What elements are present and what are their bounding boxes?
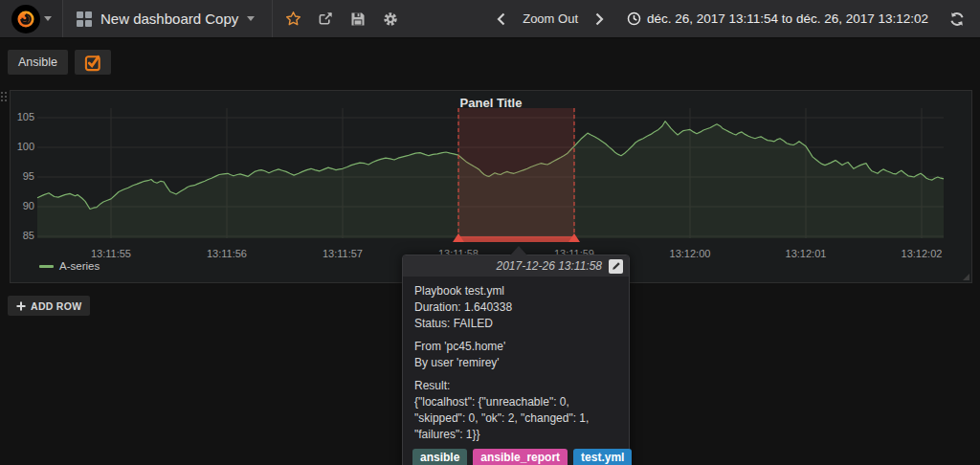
save-button[interactable] <box>342 0 374 37</box>
annotation-name-label[interactable]: Ansible <box>8 50 68 75</box>
chevron-right-icon <box>595 12 604 26</box>
graph-plot-area[interactable] <box>37 108 944 238</box>
time-forward-button[interactable] <box>590 9 610 30</box>
star-button[interactable] <box>277 0 309 37</box>
annotation-tag: ansible <box>412 449 467 465</box>
refresh-icon <box>949 11 965 27</box>
time-back-button[interactable] <box>491 9 511 30</box>
tooltip-arrow <box>510 246 527 255</box>
annotation-toggle-checkbox[interactable] <box>75 50 111 75</box>
x-tick-label: 13:11:56 <box>198 248 256 259</box>
tooltip-line: Playbook test.yml <box>414 283 617 299</box>
share-icon <box>318 11 334 27</box>
annotation-tag: ansible_report <box>473 449 568 465</box>
tooltip-tags: ansibleansible_reporttest.yml <box>403 445 629 465</box>
x-tick-label: 13:12:01 <box>777 248 835 259</box>
save-icon <box>350 11 366 27</box>
dashboard-grid-icon <box>77 11 92 27</box>
tooltip-line: {"localhost": {"unreachable": 0, "skippe… <box>414 394 617 443</box>
plus-icon <box>16 301 26 311</box>
legend-label: A-series <box>59 260 100 272</box>
x-tick-label: 13:11:57 <box>314 248 371 259</box>
edit-annotation-button[interactable] <box>609 259 623 274</box>
add-row-label: ADD ROW <box>31 300 81 312</box>
dashboard-title: New dashboard Copy <box>100 11 238 27</box>
annotation-timestamp: 2017-12-26 13:11:58 <box>496 259 602 273</box>
panel-resize-handle[interactable] <box>963 274 969 280</box>
legend-color-swatch <box>39 265 54 268</box>
logo-dropdown-caret-icon <box>44 16 52 21</box>
pencil-icon <box>612 261 621 271</box>
y-tick-label: 95 <box>11 170 34 182</box>
tooltip-line: By user 'remirey' <box>414 355 617 371</box>
add-row-button[interactable]: ADD ROW <box>8 296 90 316</box>
checkbox-checked-icon <box>84 54 102 72</box>
annotation-tooltip: 2017-12-26 13:11:58 Playbook test.ymlDur… <box>402 255 630 465</box>
x-tick-label: 13:11:55 <box>82 248 140 259</box>
tooltip-line: Duration: 1.640338 <box>414 299 617 316</box>
zoom-out-button[interactable]: Zoom Out <box>513 11 588 26</box>
tooltip-line: Status: FAILED <box>414 316 617 332</box>
tooltip-line: From 'pc45.home' <box>414 339 617 355</box>
row-handle[interactable] <box>1 92 8 101</box>
x-tick-label: 13:12:02 <box>893 248 950 259</box>
clock-icon <box>627 11 641 26</box>
title-dropdown-caret-icon <box>247 16 255 21</box>
refresh-button[interactable] <box>944 8 970 31</box>
dashboard-title-menu[interactable]: New dashboard Copy <box>63 0 273 37</box>
navbar: New dashboard Copy Zoom Out déc. 26, 201… <box>0 0 980 38</box>
chevron-left-icon <box>497 12 505 26</box>
gear-icon <box>383 11 398 27</box>
y-tick-label: 100 <box>11 141 34 152</box>
legend-item-a-series[interactable]: A-series <box>39 260 100 272</box>
annotation-submenu: Ansible <box>8 50 111 75</box>
y-tick-label: 85 <box>11 230 34 241</box>
tooltip-spacer <box>414 332 617 339</box>
y-tick-label: 105 <box>11 111 34 122</box>
x-tick-label: 13:12:00 <box>661 248 719 259</box>
tooltip-line: Result: <box>414 378 617 394</box>
y-tick-label: 90 <box>11 200 34 211</box>
settings-button[interactable] <box>374 0 407 37</box>
share-button[interactable] <box>309 0 342 37</box>
annotation-tag: test.yml <box>573 449 632 465</box>
tooltip-header: 2017-12-26 13:11:58 <box>403 255 629 277</box>
time-controls: Zoom Out déc. 26, 2017 13:11:54 to déc. … <box>491 8 970 31</box>
time-range-label: déc. 26, 2017 13:11:54 to déc. 26, 2017 … <box>647 11 928 26</box>
dashboard-actions <box>277 0 407 37</box>
grafana-logo-icon <box>11 5 40 33</box>
grafana-main-menu-button[interactable] <box>0 0 63 37</box>
time-range-picker-button[interactable]: déc. 26, 2017 13:11:54 to déc. 26, 2017 … <box>612 11 942 26</box>
star-icon <box>285 11 301 27</box>
tooltip-spacer <box>414 371 617 378</box>
tooltip-body: Playbook test.ymlDuration: 1.640338Statu… <box>403 277 629 445</box>
